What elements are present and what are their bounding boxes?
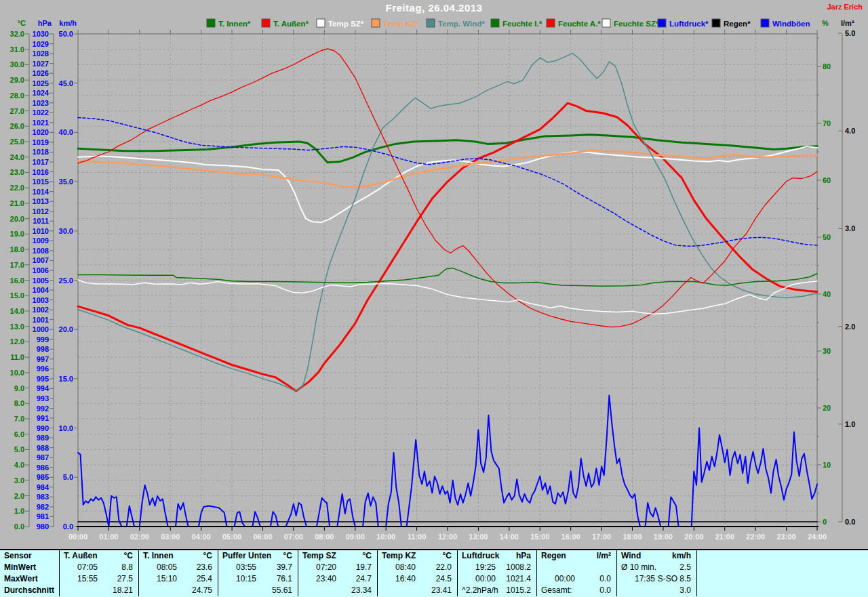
pct-axis-tick-label: 0 bbox=[823, 518, 827, 526]
time-tick-label: 15:00 bbox=[530, 533, 549, 541]
time-tick-label: 07:00 bbox=[284, 533, 303, 541]
time-tick-label: 09:00 bbox=[346, 533, 365, 541]
table-cell-max: 00:001021.4 bbox=[458, 573, 537, 585]
table-cell-avg-right: 23.34 bbox=[351, 585, 377, 596]
pct-axis-header: % bbox=[822, 19, 829, 27]
table-cell-min-right: 19.7 bbox=[356, 562, 377, 573]
c-axis-tick-label: 19.0 bbox=[10, 230, 24, 238]
hpa-axis-tick-label: 1000 bbox=[33, 325, 49, 333]
time-tick-label: 11:00 bbox=[408, 533, 427, 541]
hpa-axis-tick-label: 1017 bbox=[33, 158, 49, 166]
time-tick-label: 21:00 bbox=[715, 533, 734, 541]
hpa-axis-tick-label: 985 bbox=[37, 473, 49, 481]
hpa-axis-tick-label: 1016 bbox=[33, 168, 49, 176]
table-cell-min-right: 23.6 bbox=[197, 562, 218, 573]
legend-item-t-innen[interactable]: T. Innen* bbox=[207, 19, 251, 28]
legend-item-temp-sz[interactable]: Temp SZ* bbox=[317, 19, 364, 28]
table-cell-min bbox=[537, 562, 617, 573]
table-cell-max: 00:000.0 bbox=[537, 573, 617, 585]
c-axis-tick-label: 23.0 bbox=[10, 168, 24, 176]
c-axis-tick-label: 1.0 bbox=[14, 507, 24, 515]
hpa-axis-tick-label: 992 bbox=[37, 405, 49, 413]
table-col-header: Regenl/m² bbox=[537, 550, 617, 562]
legend-item-windboeen[interactable]: Windböen bbox=[761, 19, 810, 28]
table-filler bbox=[697, 562, 868, 573]
hpa-axis-tick-label: 999 bbox=[37, 335, 49, 344]
hpa-axis-tick-label: 989 bbox=[37, 434, 49, 442]
kmh-axis-tick-label: 20.0 bbox=[59, 325, 73, 333]
hpa-axis-tick-label: 1022 bbox=[33, 108, 49, 117]
table-col-header-left: Regen bbox=[537, 550, 566, 562]
table-cell-max-left: 00:00 bbox=[458, 573, 496, 585]
legend-swatch-temp-wind bbox=[427, 19, 435, 27]
time-tick-label: 04:00 bbox=[192, 533, 211, 541]
legend-item-temp-kz[interactable]: Temp KZ* bbox=[372, 19, 419, 28]
table-filler bbox=[697, 573, 868, 585]
table-cell-max-left: 00:00 bbox=[537, 573, 575, 585]
legend-item-feuchte-i[interactable]: Feuchte I.* bbox=[491, 19, 542, 28]
table-row-label-left: Durchschnitt bbox=[0, 585, 54, 596]
hpa-axis-tick-label: 1005 bbox=[33, 276, 49, 285]
hpa-axis-tick-label: 986 bbox=[37, 464, 49, 472]
table-col-header: T. Außen°C bbox=[60, 550, 139, 562]
kmh-axis-header: km/h bbox=[59, 19, 77, 27]
c-axis-tick-label: 14.0 bbox=[10, 307, 24, 315]
table-row-label: Durchschnitt bbox=[0, 585, 60, 596]
c-axis-tick-label: 25.0 bbox=[10, 138, 24, 146]
legend-item-regen[interactable]: Regen* bbox=[712, 19, 751, 28]
table-cell-max-right: 24.7 bbox=[356, 573, 377, 585]
table-row-label: Sensor bbox=[0, 550, 60, 562]
table-col-header: T. Innen°C bbox=[139, 550, 218, 562]
legend-item-temp-wind[interactable]: Temp. Wind* bbox=[427, 19, 485, 28]
table-col-header-left: Temp SZ bbox=[298, 550, 336, 562]
c-axis-tick-label: 6.0 bbox=[14, 430, 24, 438]
kmh-axis-tick-label: 0.0 bbox=[63, 522, 73, 531]
table-cell-max-right: 27.5 bbox=[117, 573, 138, 585]
legend-label-windboeen: Windböen bbox=[772, 20, 810, 28]
legend-label-temp-kz: Temp KZ* bbox=[383, 20, 419, 28]
table-cell-min-left: 19:25 bbox=[458, 562, 496, 573]
table-cell-max-left: 10:15 bbox=[218, 573, 256, 585]
hpa-axis-tick-label: 1012 bbox=[33, 207, 49, 215]
table-col-header-right: °C bbox=[443, 550, 457, 562]
legend-swatch-feuchte-i bbox=[491, 19, 499, 27]
legend-item-feuchte-a[interactable]: Feuchte A.* bbox=[547, 19, 601, 28]
legend-item-feuchte-sz[interactable]: Feuchte SZ* bbox=[602, 19, 659, 28]
legend-item-luftdruck[interactable]: Luftdruck* bbox=[658, 19, 709, 28]
table-col-header-left: Temp KZ bbox=[378, 550, 416, 562]
time-tick-label: 20:00 bbox=[684, 533, 703, 541]
legend-label-luftdruck: Luftdruck* bbox=[669, 20, 709, 28]
hpa-axis-tick-label: 991 bbox=[37, 414, 49, 422]
table-cell-max-right: 76.1 bbox=[277, 573, 298, 585]
hpa-axis-tick-label: 1029 bbox=[33, 40, 49, 48]
table-cell-min-left: 08:05 bbox=[139, 562, 177, 573]
table-col-header-right: hPa bbox=[516, 550, 536, 562]
c-axis-tick-label: 18.0 bbox=[10, 245, 24, 253]
hpa-axis-header: hPa bbox=[38, 19, 52, 27]
table-cell-max-left: 15:10 bbox=[139, 573, 177, 585]
legend-item-t-aussen[interactable]: T. Außen* bbox=[262, 19, 309, 28]
table-col-header-right: °C bbox=[363, 550, 377, 562]
c-axis-tick-label: 9.0 bbox=[14, 384, 24, 392]
hpa-axis-tick-label: 1021 bbox=[33, 119, 49, 127]
hpa-axis-tick-label: 988 bbox=[37, 444, 49, 452]
time-tick-label: 01:00 bbox=[99, 533, 118, 541]
legend-swatch-t-innen bbox=[207, 19, 215, 27]
c-axis-tick-label: 21.0 bbox=[10, 199, 24, 207]
hpa-axis-tick-label: 1030 bbox=[33, 30, 49, 38]
table-cell-min-left: Ø 10 min. bbox=[617, 562, 656, 573]
time-tick-label: 00:00 bbox=[68, 533, 87, 541]
legend-label-feuchte-a: Feuchte A.* bbox=[558, 20, 601, 28]
table-cell-max-right: S-SO 8.5 bbox=[658, 573, 696, 585]
table-cell-min-right: 1008.2 bbox=[506, 562, 536, 573]
c-axis-tick-label: 28.0 bbox=[10, 91, 24, 100]
table-cell-min-right: 22.0 bbox=[436, 562, 457, 573]
table-col-header-right: °C bbox=[283, 550, 298, 562]
time-tick-label: 05:00 bbox=[222, 533, 241, 541]
table-cell-avg-left: Gesamt: bbox=[537, 585, 572, 596]
legend-swatch-regen bbox=[712, 19, 720, 27]
pct-axis-tick-label: 30 bbox=[823, 347, 831, 355]
hpa-axis-tick-label: 981 bbox=[37, 512, 49, 520]
time-tick-label: 16:00 bbox=[561, 533, 580, 541]
table-cell-avg: 55.61 bbox=[218, 585, 298, 596]
